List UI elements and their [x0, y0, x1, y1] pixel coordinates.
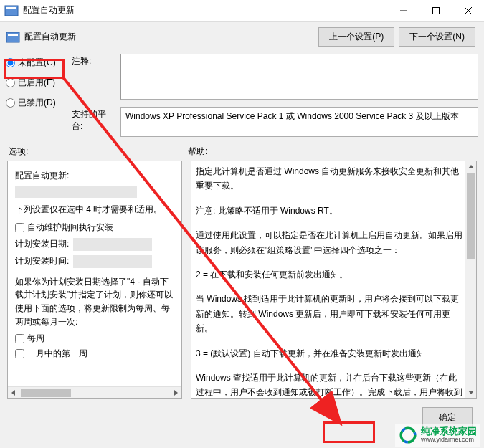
header-title: 配置自动更新 [24, 31, 318, 43]
chk-maintenance[interactable]: 自动维护期间执行安装 [15, 221, 174, 234]
previous-setting-button[interactable]: 上一个设置(P) [318, 27, 394, 47]
svg-marker-11 [468, 391, 474, 394]
radio-enabled-input[interactable] [6, 78, 15, 87]
maximize-button[interactable] [419, 0, 452, 22]
config-area: 未配置(C) 已启用(E) 已禁用(D) 注释: 支持的平台: Windows … [0, 49, 484, 138]
platform-box: Windows XP Professional Service Pack 1 或… [120, 107, 478, 137]
window-title: 配置自动更新 [23, 4, 387, 16]
chk-every-week[interactable]: 每周 [15, 333, 174, 345]
options-note-2: 如果你为计划安装日期选择了"4 - 自动下载并计划安装"并指定了计划，则你还可以… [15, 275, 174, 328]
install-time-dropdown[interactable] [73, 255, 152, 268]
options-title: 配置自动更新: [15, 170, 174, 182]
chk-every-week-input[interactable] [15, 334, 24, 343]
config-dropdown[interactable] [15, 186, 137, 198]
radio-disabled-input[interactable] [6, 98, 15, 108]
watermark-text-en: www.yidaimei.com [421, 437, 477, 444]
help-v-scrollbar[interactable] [465, 161, 476, 398]
help-p1: 指定此计算机是否通过 Windows 自动更新服务来接收安全更新和其他重要下载。 [196, 164, 463, 194]
radio-not-configured[interactable]: 未配置(C) [6, 57, 72, 69]
svg-rect-1 [6, 7, 16, 9]
scroll-up-icon[interactable] [465, 161, 476, 173]
minimize-button[interactable] [387, 0, 419, 22]
help-p7: Windows 查找适用于此计算机的更新，并在后台下载这些更新（在此过程中，用户… [196, 371, 463, 399]
options-h-scrollbar[interactable] [8, 386, 181, 398]
watermark-text-cn: 纯净系统家园 [421, 426, 477, 437]
options-pane: 配置自动更新: 下列设置仅在选中 4 时才需要和适用。 自动维护期间执行安装 计… [7, 161, 182, 399]
radio-not-configured-input[interactable] [6, 58, 15, 67]
watermark: 纯净系统家园 www.yidaimei.com [395, 424, 480, 447]
chk-every-week-label: 每周 [27, 333, 44, 345]
help-p3: 通过使用此设置，可以指定是否在此计算机上启用自动更新。如果启用该服务，则必须在"… [196, 228, 463, 257]
radio-enabled-label: 已启用(E) [18, 77, 55, 89]
watermark-logo-icon [398, 425, 418, 445]
scroll-right-icon[interactable] [170, 387, 181, 399]
chk-first-week[interactable]: 一月中的第一周 [15, 348, 174, 360]
svg-rect-7 [8, 34, 18, 36]
help-p6: 3 = (默认设置) 自动下载更新，并在准备安装更新时发出通知 [196, 346, 463, 361]
app-icon [4, 4, 19, 18]
svg-rect-3 [432, 7, 439, 14]
scroll-thumb[interactable] [21, 389, 71, 397]
comment-label: 注释: [72, 54, 115, 100]
options-note-1: 下列设置仅在选中 4 时才需要和适用。 [15, 204, 174, 216]
chk-maintenance-label: 自动维护期间执行安装 [27, 221, 113, 234]
chk-maintenance-input[interactable] [15, 223, 24, 232]
scroll-thumb[interactable] [467, 173, 475, 259]
help-p2: 注意: 此策略不适用于 Windows RT。 [196, 204, 463, 218]
radio-disabled-label: 已禁用(D) [18, 97, 56, 109]
comment-box[interactable] [120, 54, 478, 100]
install-day-dropdown[interactable] [73, 238, 152, 251]
help-pane: 指定此计算机是否通过 Windows 自动更新服务来接收安全更新和其他重要下载。… [191, 161, 477, 399]
options-label: 选项: [9, 146, 188, 158]
chk-first-week-label: 一月中的第一周 [27, 348, 87, 360]
svg-marker-9 [174, 390, 178, 396]
help-label: 帮助: [188, 146, 207, 158]
install-day-label: 计划安装日期: [15, 238, 69, 250]
platform-label: 支持的平台: [72, 107, 115, 137]
help-p5: 当 Windows 找到适用于此计算机的更新时，用户将会接到可以下载更新的通知。… [196, 292, 463, 335]
close-button[interactable] [452, 0, 484, 22]
policy-icon [6, 30, 20, 44]
scroll-down-icon[interactable] [465, 386, 476, 398]
svg-marker-10 [468, 165, 474, 168]
header-row: 配置自动更新 上一个设置(P) 下一个设置(N) [0, 22, 484, 49]
radio-enabled[interactable]: 已启用(E) [6, 77, 72, 89]
radio-not-configured-label: 未配置(C) [18, 57, 56, 69]
svg-marker-8 [11, 390, 15, 396]
chk-first-week-input[interactable] [15, 349, 24, 358]
install-time-label: 计划安装时间: [15, 255, 69, 267]
radio-disabled[interactable]: 已禁用(D) [6, 97, 72, 109]
titlebar: 配置自动更新 [0, 0, 484, 22]
help-p4: 2 = 在下载和安装任何更新前发出通知。 [196, 267, 463, 282]
scroll-left-icon[interactable] [8, 387, 19, 399]
next-setting-button[interactable]: 下一个设置(N) [399, 27, 475, 47]
